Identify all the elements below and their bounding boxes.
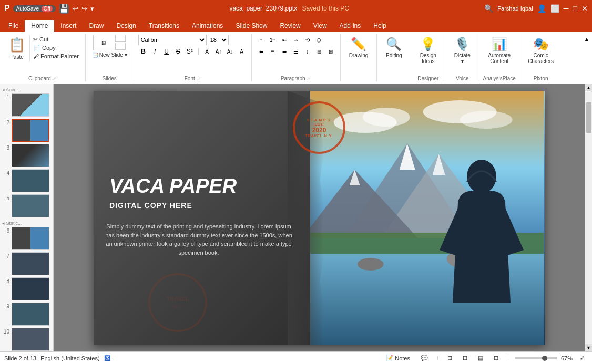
list-item[interactable]: 4 — [2, 169, 51, 192]
justify-button[interactable]: ☰ — [291, 46, 301, 57]
maximize-button[interactable]: □ — [573, 4, 577, 13]
text-direction-2-button[interactable]: ⊞ — [325, 46, 336, 57]
text-direction-button[interactable]: ⟲ — [302, 35, 313, 45]
tab-insert[interactable]: Insert — [54, 20, 83, 32]
line-spacing-button[interactable]: ↕ — [302, 46, 313, 57]
convert-smartart-button[interactable]: ⬡ — [314, 35, 324, 45]
list-item[interactable]: 1 — [2, 93, 51, 117]
tab-draw[interactable]: Draw — [83, 20, 110, 32]
slide-layout-icon[interactable]: ⊞ — [93, 35, 114, 50]
bullets-button[interactable]: ≡ — [256, 35, 267, 45]
font-size-decrease-button[interactable]: A↓ — [225, 46, 236, 57]
increase-indent-button[interactable]: ⇥ — [291, 35, 301, 45]
slide-show-button[interactable]: ⊟ — [491, 354, 502, 362]
titlebar-center: vaca_paper_23079.pptx Saved to this PC — [94, 5, 484, 12]
slide-thumb-5[interactable] — [12, 194, 49, 217]
align-center-button[interactable]: ≡ — [268, 46, 278, 57]
list-item[interactable]: 9 — [2, 303, 51, 326]
reading-view-button[interactable]: ▤ — [475, 354, 486, 362]
list-item[interactable]: 10 — [2, 328, 51, 351]
align-right-button[interactable]: ➡ — [279, 46, 290, 57]
tab-file[interactable]: File — [2, 20, 25, 32]
slide-thumb-3[interactable] — [12, 144, 49, 167]
slide-canvas[interactable]: STAMPS EST. 2020 TRAVEL N.Y. VACA PAPER … — [94, 91, 545, 345]
underline-button[interactable]: U — [161, 46, 172, 57]
view-option-1[interactable] — [115, 35, 126, 42]
design-ideas-button[interactable]: 💡 DesignIdeas — [415, 35, 441, 66]
decrease-indent-button[interactable]: ⇤ — [279, 35, 290, 45]
copy-button[interactable]: 📄 Copy — [31, 44, 81, 52]
close-button[interactable]: ✕ — [581, 4, 588, 13]
scroll-up-button[interactable]: ▲ — [585, 84, 593, 91]
font-size-increase-button[interactable]: A↑ — [213, 46, 224, 57]
minimize-button[interactable]: ─ — [564, 4, 569, 13]
autosave-toggle[interactable]: AutoSave Off — [13, 5, 56, 12]
comments-button[interactable]: 💬 — [417, 354, 431, 362]
columns-button[interactable]: ⊟ — [314, 46, 324, 57]
tab-addins[interactable]: Add-ins — [333, 20, 368, 32]
search-icon[interactable]: 🔍 — [484, 4, 493, 13]
slide-body: Simply dummy text of the printing and ty… — [104, 222, 293, 257]
language: English (United States) — [40, 355, 100, 361]
tab-help[interactable]: Help — [367, 20, 393, 32]
editing-button[interactable]: 🔍 Editing — [381, 35, 406, 60]
list-item[interactable]: 7 — [2, 252, 51, 275]
clear-format-button[interactable]: Ā — [237, 46, 247, 57]
format-painter-button[interactable]: 🖌 Format Painter — [31, 53, 81, 60]
tab-transitions[interactable]: Transitions — [142, 20, 186, 32]
ribbon-collapse[interactable]: ▲ — [581, 34, 592, 81]
view-option-2[interactable] — [115, 43, 126, 50]
zoom-slider[interactable] — [515, 357, 557, 359]
tab-review[interactable]: Review — [273, 20, 307, 32]
save-button[interactable]: 💾 — [59, 4, 69, 14]
ribbon-display-button[interactable]: ⬜ — [550, 4, 559, 13]
fit-slide-button[interactable]: ⤢ — [577, 354, 588, 362]
slide-thumb-6[interactable] — [12, 227, 49, 250]
comic-characters-button[interactable]: 🎭 ComicCharacters — [524, 35, 558, 66]
bold-button[interactable]: B — [138, 46, 149, 57]
slide-sorter-button[interactable]: ⊞ — [460, 354, 471, 362]
scroll-thumb[interactable] — [586, 102, 591, 133]
font-color-button[interactable]: A — [202, 46, 212, 57]
new-slide-button[interactable]: 📑 New Slide ▾ — [90, 51, 129, 58]
slide-thumb-2[interactable] — [12, 119, 49, 142]
italic-button[interactable]: I — [150, 46, 160, 57]
slide-thumb-8[interactable] — [12, 277, 49, 300]
dictate-button[interactable]: 🎙️ Dictate▾ — [450, 35, 475, 66]
drawing-button[interactable]: ✏️ Drawing — [345, 35, 373, 60]
paste-button[interactable]: 📋 Paste — [4, 35, 30, 62]
align-left-button[interactable]: ⬅ — [256, 46, 267, 57]
slide-thumb-4[interactable] — [12, 169, 49, 192]
normal-view-button[interactable]: ⊡ — [444, 354, 455, 362]
ribbon-group-drawing: ✏️ Drawing — [341, 34, 377, 81]
tab-home[interactable]: Home — [25, 20, 54, 32]
strikethrough-button[interactable]: S — [173, 46, 183, 57]
tab-animations[interactable]: Animations — [186, 20, 229, 32]
automate-content-button[interactable]: 📊 AutomateContent — [484, 35, 515, 66]
slide-thumb-9[interactable] — [12, 303, 49, 326]
notes-button[interactable]: 📝 Notes — [383, 354, 413, 362]
list-item[interactable]: 8 — [2, 277, 51, 300]
font-family-select[interactable]: Calibri — [138, 35, 207, 45]
numbering-button[interactable]: 1≡ — [268, 35, 278, 45]
tab-view[interactable]: View — [307, 20, 333, 32]
slide-thumb-7[interactable] — [12, 252, 49, 275]
tab-slideshow[interactable]: Slide Show — [229, 20, 273, 32]
svg-text:N.Y.: N.Y. — [173, 304, 181, 309]
slide-thumb-1[interactable] — [12, 93, 49, 117]
cut-button[interactable]: ✂ Cut — [31, 36, 81, 44]
svg-point-17 — [149, 274, 206, 331]
undo-button[interactable]: ↩ — [73, 5, 78, 13]
list-item[interactable]: 2 — [2, 119, 51, 142]
font-size-select[interactable]: 18 — [208, 35, 229, 45]
shadow-button[interactable]: S² — [185, 46, 195, 57]
tab-design[interactable]: Design — [110, 20, 142, 32]
customize-button[interactable]: ▾ — [90, 5, 94, 13]
list-item[interactable]: 6 — [2, 227, 51, 250]
scroll-down-button[interactable]: ▼ — [585, 344, 593, 351]
redo-button[interactable]: ↪ — [81, 5, 87, 13]
list-item[interactable]: 3 — [2, 144, 51, 167]
ribbon-tabs: File Home Insert Draw Design Transitions… — [0, 17, 592, 32]
list-item[interactable]: 5 — [2, 194, 51, 217]
slide-thumb-10[interactable] — [12, 328, 49, 351]
